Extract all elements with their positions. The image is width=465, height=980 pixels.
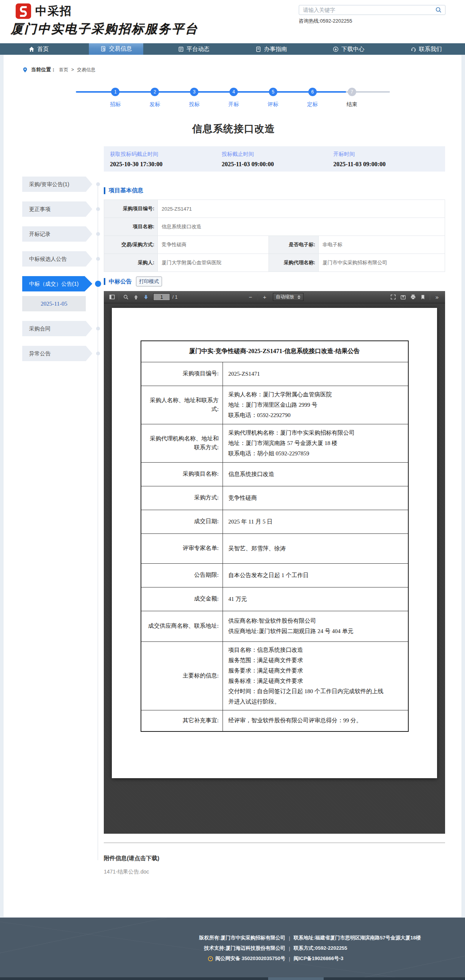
deadline-label: 获取投标码截止时间 (110, 151, 222, 158)
main-content-card: 当前位置： 首页 > 交易信息 1 招标 2 发标 3 投标 4 开标 (3, 55, 462, 918)
zoom-in-icon[interactable]: + (260, 293, 270, 302)
step-label: 投标 (189, 101, 200, 108)
section-award-notice: 中标公告 打印模式 (104, 276, 445, 286)
timeline-dot (96, 207, 100, 211)
info-value: 厦门市中实采购招标有限公司 (319, 254, 445, 272)
footer-police-record[interactable]: 闽公网安备 35020302035750号 (215, 955, 285, 962)
zoom-mode-label: 自动缩放 (276, 294, 294, 300)
nav-item-download[interactable]: 下载中心 (310, 43, 387, 55)
doc-label: 评审专家名单: (141, 533, 223, 563)
search-input[interactable] (299, 7, 432, 13)
document-title: 厦门中实-竞争性磋商-2025-ZS1471-信息系统接口改造-结果公告 (141, 341, 408, 362)
pdf-viewer: / 1 − + 自动缩放 (104, 291, 445, 834)
bottom-scrollbar-thumb[interactable] (268, 977, 324, 980)
doc-value: 供应商名称:智业软件股份有限公司 供应商地址:厦门软件园二期观日路 24 号 4… (223, 611, 408, 641)
doc-value: 项目名称：信息系统接口改造 服务范围：满足磋商文件要求 服务要求：满足磋商文件要… (223, 641, 408, 710)
download-icon (333, 46, 339, 52)
sidebar-item-label: 中标候选人公告 (22, 251, 92, 267)
trade-info-icon (100, 46, 106, 52)
sidebar-item-award-notice[interactable]: 中标（成交）公告(1) (22, 276, 92, 291)
info-value: 信息系统接口改造 (158, 218, 445, 236)
step-label: 开标 (228, 101, 239, 108)
sidebar-item-corrections[interactable]: 更正事项 (22, 201, 92, 217)
info-label: 采购代理名称: (269, 254, 319, 272)
step-kaibiao: 4 开标 (214, 88, 254, 108)
police-badge-icon (208, 956, 213, 962)
section-title: 中标公告 (109, 278, 132, 285)
table-row: 成交日期: 2025 年 11 月 5 日 (141, 510, 408, 533)
sidebar-item-date[interactable]: 2025-11-05 (22, 296, 86, 311)
search-box (299, 5, 445, 15)
pdf-toolbar: / 1 − + 自动缩放 (104, 291, 445, 303)
section-basic-info: 项目基本信息 (104, 187, 445, 194)
nav-item-trade-info[interactable]: 交易信息 (77, 43, 155, 55)
site-header: 中采招 厦门中实电子采购招标服务平台 咨询热线:0592-2202255 (0, 0, 465, 43)
breadcrumb: 当前位置： 首页 > 交易信息 (22, 55, 445, 73)
bottom-scrollbar-track (0, 977, 465, 980)
nav-item-contact[interactable]: 联系我们 (388, 43, 465, 55)
zoom-out-icon[interactable]: − (246, 293, 255, 302)
news-icon (178, 46, 184, 52)
footer-tech-support: 技术支持:厦门海迈科技股份有限公司 (123, 945, 285, 952)
nav-label: 下载中心 (341, 46, 364, 53)
open-file-icon[interactable] (398, 293, 408, 302)
presentation-mode-icon[interactable] (388, 293, 398, 302)
doc-label: 其它补充事宜: (141, 710, 223, 731)
step-circle: 2 (151, 88, 159, 96)
doc-value: 经评审，智业软件股份有限公司评审总得分：99 分。 (223, 710, 408, 731)
nav-item-home[interactable]: 首页 (0, 43, 77, 55)
zoom-mode-select[interactable]: 自动缩放 (273, 293, 303, 301)
info-value: 非电子标 (319, 236, 445, 254)
logo[interactable]: 中采招 (15, 3, 72, 19)
pdf-search-icon[interactable] (121, 293, 131, 302)
section-bar (104, 278, 105, 285)
sidebar-item-label: 开标记录 (22, 226, 92, 242)
pdf-canvas-area[interactable]: 厦门中实-竞争性磋商-2025-ZS1471-信息系统接口改造-结果公告 采购项… (104, 303, 445, 834)
nav-item-platform-news[interactable]: 平台动态 (155, 43, 232, 55)
sidebar-item-purchase-notice[interactable]: 采购/资审公告(1) (22, 177, 92, 192)
doc-label: 采购项目名称: (141, 462, 223, 486)
info-label: 项目名称: (104, 218, 158, 236)
page-down-icon[interactable] (141, 293, 151, 302)
print-mode-button[interactable]: 打印模式 (136, 276, 162, 286)
footer-row-support: 技术支持:厦门海迈科技股份有限公司 | 联系方式:0592-2202255 (123, 945, 465, 952)
logo-icon (15, 3, 31, 19)
nav-label: 交易信息 (109, 45, 132, 52)
footer-row-registration: 闽公网安备 35020302035750号 | 闽ICP备19026866号-3 (123, 955, 465, 962)
footer-icp-record[interactable]: 闽ICP备19026866号-3 (293, 955, 343, 962)
page-number-input[interactable] (153, 293, 170, 301)
sidebar-toggle-icon[interactable] (107, 293, 117, 302)
bookmark-icon[interactable] (418, 293, 428, 302)
toolbar-separator (257, 294, 258, 300)
step-zhaobiao: 1 招标 (96, 88, 135, 108)
step-circle: 4 (229, 88, 238, 96)
doc-value: 2025-ZS1471 (223, 362, 408, 386)
sidebar-item-contract[interactable]: 采购合同 (22, 321, 92, 336)
step-dingbiao: 6 定标 (293, 88, 332, 108)
table-row: 采购人名称、地址和联系方式: 采购人名称：厦门大学附属心血管病医院 地址：厦门市… (141, 386, 408, 424)
sidebar-item-abnormal-notice[interactable]: 异常公告 (22, 346, 92, 361)
step-label: 结束 (347, 101, 357, 108)
info-value: 2025-ZS1471 (158, 200, 445, 218)
footer-divider: | (289, 946, 290, 951)
search-icon[interactable] (432, 5, 445, 15)
sidebar-item-bid-opening-record[interactable]: 开标记录 (22, 226, 92, 242)
print-icon[interactable] (408, 293, 418, 302)
table-row: 主要标的信息: 项目名称：信息系统接口改造 服务范围：满足磋商文件要求 服务要求… (141, 641, 408, 710)
doc-label: 主要标的信息: (141, 641, 223, 710)
doc-value: 2025 年 11 月 5 日 (223, 510, 408, 533)
breadcrumb-current[interactable]: 交易信息 (77, 67, 95, 73)
home-icon (29, 46, 34, 52)
sidebar-item-candidate-notice[interactable]: 中标候选人公告 (22, 251, 92, 267)
attachment-file-link[interactable]: 1471-结果公告.doc (104, 869, 445, 875)
page-up-icon[interactable] (131, 293, 141, 302)
sidebar-item-label: 更正事项 (22, 201, 92, 217)
table-row: 采购代理机构名称、地址和联系方式: 采购代理机构名称：厦门市中实采购招标有限公司… (141, 424, 408, 462)
page-count: / 1 (172, 294, 177, 300)
nav-item-guide[interactable]: 办事指南 (232, 43, 310, 55)
more-tools-icon[interactable]: » (432, 293, 442, 302)
info-label: 采购人: (104, 254, 158, 272)
deadline-value: 2025-11-03 09:00:00 (333, 161, 445, 168)
breadcrumb-home-link[interactable]: 首页 (59, 67, 68, 73)
process-stepper: 1 招标 2 发标 3 投标 4 开标 5 评标 6 定标 (96, 88, 372, 113)
